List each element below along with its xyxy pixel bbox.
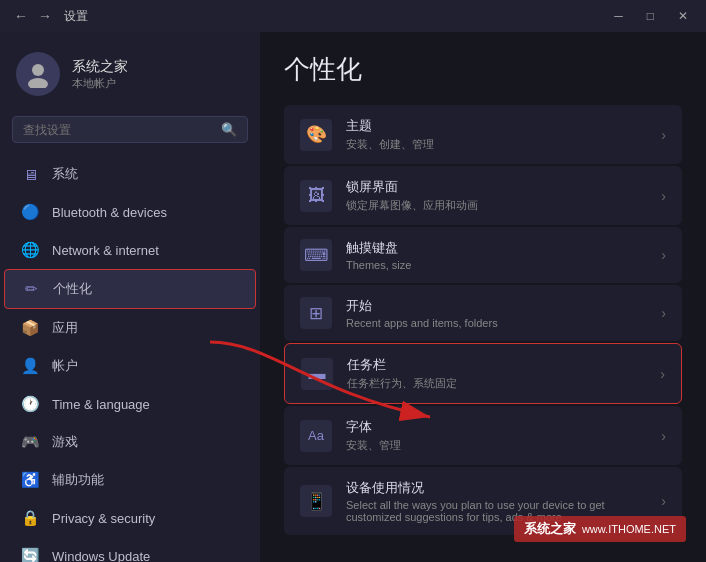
user-sub: 本地帐户: [72, 76, 128, 91]
app-title: 设置: [64, 8, 88, 25]
titlebar-controls: ─ □ ✕: [608, 7, 694, 25]
sidebar-icon-accounts: 👤: [20, 356, 40, 376]
settings-item-taskbar[interactable]: ▬ 任务栏 任务栏行为、系统固定 ›: [284, 343, 682, 404]
search-icon: 🔍: [221, 122, 237, 137]
sidebar-item-personalization[interactable]: ✏ 个性化: [4, 269, 256, 309]
sidebar-icon-accessibility: ♿: [20, 470, 40, 490]
settings-title-deviceusage: 设备使用情况: [346, 479, 647, 497]
sidebar-item-apps[interactable]: 📦 应用: [4, 309, 256, 347]
settings-text-start: 开始 Recent apps and items, folders: [346, 297, 647, 329]
sidebar-label-accounts: 帐户: [52, 357, 78, 375]
avatar: [16, 52, 60, 96]
settings-arrow-deviceusage: ›: [661, 493, 666, 509]
sidebar-icon-gaming: 🎮: [20, 432, 40, 452]
settings-item-fonts[interactable]: Aa 字体 安装、管理 ›: [284, 406, 682, 465]
settings-text-lockscreen: 锁屏界面 锁定屏幕图像、应用和动画: [346, 178, 647, 213]
sidebar-label-time: Time & language: [52, 397, 150, 412]
sidebar-item-bluetooth[interactable]: 🔵 Bluetooth & devices: [4, 193, 256, 231]
page-title: 个性化: [284, 52, 682, 87]
sidebar-item-accounts[interactable]: 👤 帐户: [4, 347, 256, 385]
settings-text-touchkeyboard: 触摸键盘 Themes, size: [346, 239, 647, 271]
settings-title-touchkeyboard: 触摸键盘: [346, 239, 647, 257]
sidebar-icon-time: 🕐: [20, 394, 40, 414]
settings-arrow-start: ›: [661, 305, 666, 321]
sidebar-icon-network: 🌐: [20, 240, 40, 260]
settings-text-taskbar: 任务栏 任务栏行为、系统固定: [347, 356, 646, 391]
titlebar-nav: ← →: [12, 7, 54, 25]
settings-sub-touchkeyboard: Themes, size: [346, 259, 647, 271]
sidebar-label-system: 系统: [52, 165, 78, 183]
settings-sub-lockscreen: 锁定屏幕图像、应用和动画: [346, 198, 647, 213]
sidebar-icon-bluetooth: 🔵: [20, 202, 40, 222]
sidebar-item-time[interactable]: 🕐 Time & language: [4, 385, 256, 423]
settings-title-theme: 主题: [346, 117, 647, 135]
sidebar-icon-system: 🖥: [20, 164, 40, 184]
settings-item-touchkeyboard[interactable]: ⌨ 触摸键盘 Themes, size ›: [284, 227, 682, 283]
settings-icon-lockscreen: 🖼: [300, 180, 332, 212]
sidebar-item-update[interactable]: 🔄 Windows Update: [4, 537, 256, 562]
user-info: 系统之家 本地帐户: [72, 58, 128, 91]
sidebar-label-privacy: Privacy & security: [52, 511, 155, 526]
settings-title-taskbar: 任务栏: [347, 356, 646, 374]
settings-icon-theme: 🎨: [300, 119, 332, 151]
sidebar: 系统之家 本地帐户 🔍 🖥 系统 🔵 Bluetooth & devices 🌐…: [0, 32, 260, 562]
search-box[interactable]: 🔍: [12, 116, 248, 143]
sidebar-items-container: 🖥 系统 🔵 Bluetooth & devices 🌐 Network & i…: [0, 155, 260, 562]
settings-icon-deviceusage: 📱: [300, 485, 332, 517]
titlebar-left: ← → 设置: [12, 7, 88, 25]
sidebar-label-update: Windows Update: [52, 549, 150, 563]
sidebar-item-gaming[interactable]: 🎮 游戏: [4, 423, 256, 461]
settings-arrow-fonts: ›: [661, 428, 666, 444]
settings-icon-fonts: Aa: [300, 420, 332, 452]
settings-title-lockscreen: 锁屏界面: [346, 178, 647, 196]
svg-point-0: [32, 64, 44, 76]
settings-icon-taskbar: ▬: [301, 358, 333, 390]
settings-item-theme[interactable]: 🎨 主题 安装、创建、管理 ›: [284, 105, 682, 164]
sidebar-icon-update: 🔄: [20, 546, 40, 562]
settings-title-fonts: 字体: [346, 418, 647, 436]
minimize-button[interactable]: ─: [608, 7, 629, 25]
settings-text-theme: 主题 安装、创建、管理: [346, 117, 647, 152]
settings-list: 🎨 主题 安装、创建、管理 › 🖼 锁屏界面 锁定屏幕图像、应用和动画 › ⌨ …: [284, 105, 682, 535]
sidebar-label-network: Network & internet: [52, 243, 159, 258]
sidebar-item-accessibility[interactable]: ♿ 辅助功能: [4, 461, 256, 499]
sidebar-item-privacy[interactable]: 🔒 Privacy & security: [4, 499, 256, 537]
settings-text-fonts: 字体 安装、管理: [346, 418, 647, 453]
settings-arrow-touchkeyboard: ›: [661, 247, 666, 263]
settings-item-start[interactable]: ⊞ 开始 Recent apps and items, folders ›: [284, 285, 682, 341]
sidebar-icon-personalization: ✏: [21, 279, 41, 299]
settings-item-lockscreen[interactable]: 🖼 锁屏界面 锁定屏幕图像、应用和动画 ›: [284, 166, 682, 225]
sidebar-label-personalization: 个性化: [53, 280, 92, 298]
sidebar-item-system[interactable]: 🖥 系统: [4, 155, 256, 193]
search-input[interactable]: [23, 123, 213, 137]
settings-arrow-theme: ›: [661, 127, 666, 143]
settings-icon-start: ⊞: [300, 297, 332, 329]
sidebar-label-accessibility: 辅助功能: [52, 471, 104, 489]
svg-point-1: [28, 78, 48, 88]
sidebar-label-apps: 应用: [52, 319, 78, 337]
settings-arrow-lockscreen: ›: [661, 188, 666, 204]
content-area: 个性化 🎨 主题 安装、创建、管理 › 🖼 锁屏界面 锁定屏幕图像、应用和动画 …: [260, 32, 706, 562]
settings-sub-start: Recent apps and items, folders: [346, 317, 647, 329]
watermark: 系统之家 www.ITHOME.NET: [514, 516, 686, 542]
watermark-logo: 系统之家: [524, 520, 576, 538]
user-name: 系统之家: [72, 58, 128, 76]
sidebar-item-network[interactable]: 🌐 Network & internet: [4, 231, 256, 269]
sidebar-icon-apps: 📦: [20, 318, 40, 338]
close-button[interactable]: ✕: [672, 7, 694, 25]
settings-icon-touchkeyboard: ⌨: [300, 239, 332, 271]
maximize-button[interactable]: □: [641, 7, 660, 25]
sidebar-icon-privacy: 🔒: [20, 508, 40, 528]
user-section: 系统之家 本地帐户: [0, 42, 260, 112]
back-button[interactable]: ←: [12, 7, 30, 25]
sidebar-label-gaming: 游戏: [52, 433, 78, 451]
settings-title-start: 开始: [346, 297, 647, 315]
settings-sub-taskbar: 任务栏行为、系统固定: [347, 376, 646, 391]
sidebar-label-bluetooth: Bluetooth & devices: [52, 205, 167, 220]
titlebar: ← → 设置 ─ □ ✕: [0, 0, 706, 32]
settings-sub-fonts: 安装、管理: [346, 438, 647, 453]
forward-button[interactable]: →: [36, 7, 54, 25]
watermark-url: www.ITHOME.NET: [582, 523, 676, 535]
settings-arrow-taskbar: ›: [660, 366, 665, 382]
settings-sub-theme: 安装、创建、管理: [346, 137, 647, 152]
